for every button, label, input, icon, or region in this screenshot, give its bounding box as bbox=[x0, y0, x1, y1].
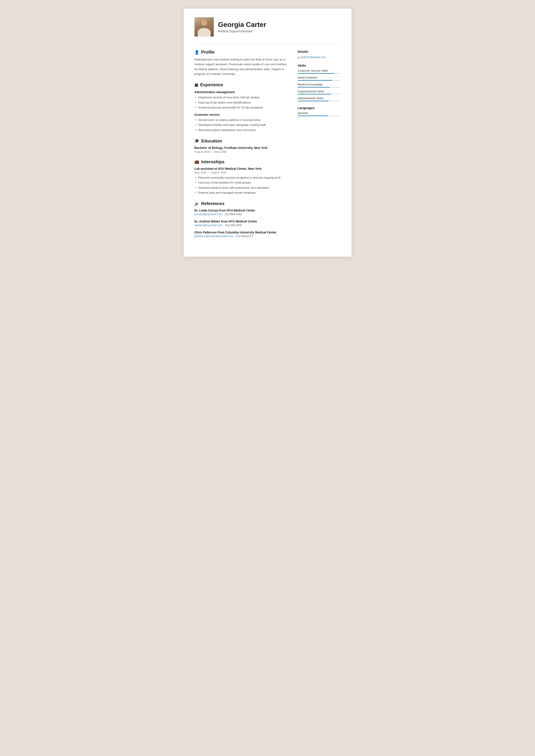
skill-5: Administrative Skills bbox=[298, 97, 341, 101]
language-name-1: Spanish bbox=[298, 111, 341, 115]
ref-email-3[interactable]: patterson@columbiaumed.com bbox=[194, 235, 233, 238]
intern-dates-1: May 2020 — August 2020 bbox=[194, 171, 289, 174]
ref-separator-2: · bbox=[223, 224, 225, 227]
header-divider bbox=[194, 43, 341, 44]
intern-title-1: Lab assistant at NYU Medical Center, New… bbox=[194, 167, 289, 170]
ref-phone-3: 212-638-2273 bbox=[235, 235, 253, 238]
skills-section: Skills Customer Service Skills Detail Or… bbox=[298, 64, 341, 101]
exp-bullet-1-3: Answered phones and emails for 15 lab as… bbox=[194, 105, 289, 110]
skill-name-3: Medical Knowledge bbox=[298, 83, 341, 86]
skill-2: Detail Oriented bbox=[298, 76, 341, 81]
ref-phone-1: 212-994-4482 bbox=[225, 212, 242, 216]
details-label: Details bbox=[298, 50, 341, 53]
skill-name-1: Customer Service Skills bbox=[298, 69, 341, 72]
references-icon: 🔊 bbox=[194, 201, 199, 206]
avatar bbox=[194, 17, 214, 37]
profile-icon: 👤 bbox=[194, 50, 199, 55]
lang-bar-bg-1 bbox=[298, 116, 341, 116]
exp-job-title-1: Administrative management bbox=[194, 90, 289, 94]
exp-bullet-2-2: Developed weekly meal plan alongside coo… bbox=[194, 123, 289, 127]
ref-name-1: Dr. Linda Coroza from NYU Medical Center bbox=[194, 209, 289, 212]
education-section-title: 🎓 Education bbox=[194, 139, 289, 144]
intern-bullets-1: Planned community outreach programs to d… bbox=[194, 175, 289, 195]
skill-bar-fill-2 bbox=[298, 80, 332, 81]
references-section-title: 🔊 References bbox=[194, 201, 289, 206]
lang-bar-fill-1 bbox=[298, 116, 328, 116]
exp-bullet-1-2: Kept log of lab visitors and identificat… bbox=[194, 100, 289, 105]
exp-bullet-2-1: Served lunch to elderly patients in nurs… bbox=[194, 118, 289, 123]
education-section: 🎓 Education Bachelor of Biology, Fordham… bbox=[194, 139, 289, 154]
internships-section-title: 💼 Internships bbox=[194, 159, 289, 164]
languages-section: Languages Spanish bbox=[298, 106, 341, 116]
exp-job-title-2: Customer service bbox=[194, 113, 289, 116]
experience-section-title: ▦ Experience bbox=[194, 82, 289, 87]
skill-bar-bg-1 bbox=[298, 73, 341, 74]
profile-label: Profile bbox=[201, 50, 215, 55]
edu-dates: August 2004 — May 2008 bbox=[194, 150, 289, 154]
edu-degree: Bachelor of Biology, Fordham University,… bbox=[194, 146, 289, 150]
ref-email-1[interactable]: lcoroza@nyumed.com bbox=[194, 212, 222, 216]
skills-label: Skills bbox=[298, 64, 341, 67]
reference-2: Dr. Andrew Weber from NYU Medical Center… bbox=[194, 220, 289, 227]
reference-1: Dr. Linda Coroza from NYU Medical Center… bbox=[194, 209, 289, 216]
exp-bullet-1-1: Organized records of more than 100 lab s… bbox=[194, 95, 289, 100]
skill-bar-fill-5 bbox=[298, 101, 329, 101]
resume-header: Georgia Carter Medical Support Assistant bbox=[194, 17, 341, 37]
header-info: Georgia Carter Medical Support Assistant bbox=[218, 21, 341, 33]
exp-bullets-2: Served lunch to elderly patients in nurs… bbox=[194, 118, 289, 132]
skill-1: Customer Service Skills bbox=[298, 69, 341, 74]
avatar-image bbox=[194, 17, 214, 37]
skill-bar-bg-2 bbox=[298, 80, 341, 81]
education-icon: 🎓 bbox=[194, 139, 199, 143]
ref-email-2[interactable]: aweber@nyumed.com bbox=[194, 224, 222, 227]
experience-label: Experience bbox=[200, 82, 223, 87]
references-label: References bbox=[201, 201, 225, 206]
ref-name-3: Chris Patterson from Columbia University… bbox=[194, 231, 289, 234]
ref-separator-1: · bbox=[223, 212, 225, 216]
ref-contact-1: lcoroza@nyumed.com · 212-994-4482 bbox=[194, 212, 289, 216]
intern-bullet-1-2: Led tours of lab facilities for small gr… bbox=[194, 180, 289, 185]
education-label: Education bbox=[201, 139, 222, 144]
skill-bar-bg-5 bbox=[298, 101, 341, 101]
body-layout: 👤 Profile Dedicated pre-med student look… bbox=[194, 50, 341, 244]
sidebar: Details g.carter87@gmail.com Skills Cust… bbox=[298, 50, 341, 244]
ref-contact-3: patterson@columbiaumed.com · 212-638-227… bbox=[194, 235, 289, 238]
details-section: Details g.carter87@gmail.com bbox=[298, 50, 341, 59]
skill-name-2: Detail Oriented bbox=[298, 76, 341, 79]
candidate-name: Georgia Carter bbox=[218, 21, 341, 28]
candidate-title: Medical Support Assistant bbox=[218, 29, 341, 33]
skill-bar-fill-4 bbox=[298, 94, 331, 95]
reference-3: Chris Patterson from Columbia University… bbox=[194, 231, 289, 238]
skill-bar-bg-4 bbox=[298, 94, 341, 95]
skill-4: Organizational Skills bbox=[298, 90, 341, 95]
skill-bar-bg-3 bbox=[298, 87, 341, 88]
experience-section: ▦ Experience Administrative management O… bbox=[194, 82, 289, 132]
exp-bullets-1: Organized records of more than 100 lab s… bbox=[194, 95, 289, 110]
skill-name-4: Organizational Skills bbox=[298, 90, 341, 93]
resume-page: Georgia Carter Medical Support Assistant… bbox=[184, 9, 352, 257]
intern-bullet-1-4: Entered data and managed results databas… bbox=[194, 190, 289, 195]
intern-bullet-1-3: Assisted research team with preparation … bbox=[194, 185, 289, 190]
skill-bar-fill-1 bbox=[298, 73, 334, 74]
references-section: 🔊 References Dr. Linda Coroza from NYU M… bbox=[194, 201, 289, 238]
language-1: Spanish bbox=[298, 111, 341, 116]
intern-bullet-1-1: Planned community outreach programs to d… bbox=[194, 175, 289, 180]
experience-icon: ▦ bbox=[194, 83, 198, 87]
internships-section: 💼 Internships Lab assistant at NYU Medic… bbox=[194, 159, 289, 195]
main-column: 👤 Profile Dedicated pre-med student look… bbox=[194, 50, 289, 244]
languages-label: Languages bbox=[298, 106, 341, 110]
profile-section: 👤 Profile Dedicated pre-med student look… bbox=[194, 50, 289, 76]
profile-section-title: 👤 Profile bbox=[194, 50, 289, 55]
skill-3: Medical Knowledge bbox=[298, 83, 341, 88]
ref-phone-2: 212-293-2832 bbox=[225, 224, 242, 227]
ref-contact-2: aweber@nyumed.com · 212-293-2832 bbox=[194, 224, 289, 227]
ref-name-2: Dr. Andrew Weber from NYU Medical Center bbox=[194, 220, 289, 223]
sidebar-email[interactable]: g.carter87@gmail.com bbox=[298, 56, 326, 59]
skill-name-5: Administrative Skills bbox=[298, 97, 341, 100]
profile-text: Dedicated pre-med student looking to ent… bbox=[194, 57, 289, 76]
internships-icon: 💼 bbox=[194, 159, 199, 164]
exp-bullet-2-3: Recorded patient satisfaction and commen… bbox=[194, 128, 289, 132]
skill-bar-fill-3 bbox=[298, 87, 330, 88]
internships-label: Internships bbox=[201, 159, 225, 164]
